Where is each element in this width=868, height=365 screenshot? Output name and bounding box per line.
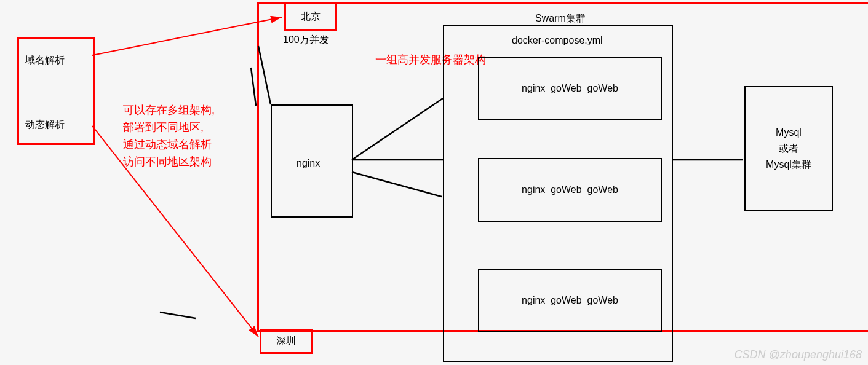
swarm-title: Swarm集群 xyxy=(535,12,586,25)
service-box-3: nginx goWeb goWeb xyxy=(478,269,662,332)
svg-line-3 xyxy=(251,68,256,106)
service-line-2: nginx goWeb goWeb xyxy=(522,184,618,195)
nginx-label: nginx xyxy=(297,158,320,169)
region-bottom-label: 深圳 xyxy=(276,335,296,348)
service-line-3: nginx goWeb goWeb xyxy=(522,295,618,306)
nginx-box: nginx xyxy=(271,104,353,218)
mysql-box: Mysql 或者 Mysql集群 xyxy=(744,86,833,211)
service-box-1: nginx goWeb goWeb xyxy=(478,57,662,120)
compose-title: docker-compose.yml xyxy=(512,35,603,46)
service-box-2: nginx goWeb goWeb xyxy=(478,158,662,222)
multi-region-note: 可以存在多组架构, 部署到不同地区, 通过动态域名解析 访问不同地区架构 xyxy=(123,101,215,170)
watermark: CSDN @zhoupenghui168 xyxy=(735,348,862,361)
service-line-1: nginx goWeb goWeb xyxy=(522,83,618,94)
swarm-box: docker-compose.yml nginx goWeb goWeb ngi… xyxy=(443,25,673,362)
region-bottom-box: 深圳 xyxy=(260,329,313,354)
svg-line-8 xyxy=(160,312,196,318)
dns-box: 域名解析 动态解析 xyxy=(17,37,95,145)
dns-label-2: 动态解析 xyxy=(25,119,65,131)
mysql-label: Mysql 或者 Mysql集群 xyxy=(766,125,811,173)
dns-label-1: 域名解析 xyxy=(25,54,65,67)
svg-line-0 xyxy=(92,17,282,55)
